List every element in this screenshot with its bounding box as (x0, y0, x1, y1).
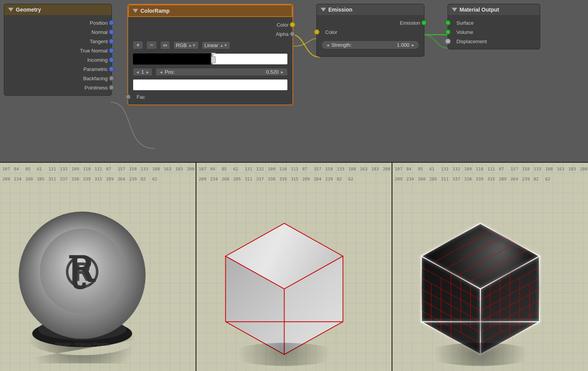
handle-triangle (211, 53, 216, 56)
socket-row-color-out: Color (128, 20, 292, 29)
socket-row-true-normal: True Normal (4, 46, 112, 55)
alpha-out-label: Alpha (272, 31, 292, 37)
rgb-dropdown-arrow: ▲▼ (188, 43, 196, 47)
node-geometry: Geometry Position Normal Tangent True No… (4, 4, 112, 96)
strength-row: ◄ Strength: 1.000 ► (317, 37, 424, 53)
linear-dropdown-arrow: ▲▼ (220, 43, 228, 47)
colorramp-controls: + − ⇔ RGB ▲▼ Linear ▲▼ (128, 39, 292, 52)
node-emission: Emission Emission Color ◄ Strength: 1.00… (316, 4, 424, 57)
socket-row-displacement: Displacement (448, 37, 540, 46)
displacement-label: Displacement (453, 39, 491, 44)
socket-true-normal[interactable] (109, 48, 114, 53)
socket-row-backfacing: Backfacing (4, 74, 112, 83)
strength-label: Strength: (331, 42, 352, 48)
socket-row-volume: Volume (448, 27, 540, 37)
incoming-label: Incoming (83, 57, 112, 63)
rgb-label: RGB (176, 42, 187, 48)
socket-tangent[interactable] (109, 39, 114, 44)
colorramp-remove-button[interactable]: − (146, 41, 157, 49)
colorramp-add-button[interactable]: + (133, 41, 143, 49)
handle-body (211, 56, 216, 63)
colorramp-linear-dropdown[interactable]: Linear ▲▼ (202, 41, 230, 49)
node-colorramp: ColorRamp Color Alpha + − ⇔ RGB ▲▼ (127, 4, 293, 105)
strength-field[interactable]: ◄ Strength: 1.000 ► (321, 40, 419, 49)
position-label: Position (86, 20, 112, 26)
socket-parametric[interactable] (109, 66, 114, 72)
geometry-collapse-triangle[interactable] (8, 8, 14, 12)
render-canvas-cube-black (392, 163, 588, 371)
colorramp-num-row: ◄ 1 ► ◄ Pos: 0.520 ► (128, 66, 292, 78)
socket-emission-out[interactable] (421, 20, 427, 25)
socket-displacement[interactable] (445, 39, 451, 44)
pos-left-arrow[interactable]: ◄ (159, 70, 163, 74)
socket-row-pointiness: Pointiness (4, 83, 112, 92)
node-emission-title: Emission (328, 7, 352, 13)
socket-volume[interactable] (445, 29, 451, 35)
colorramp-arrows-button[interactable]: ⇔ (160, 41, 170, 49)
socket-row-normal: Normal (4, 27, 112, 37)
pos-right-arrow[interactable]: ► (280, 70, 284, 74)
node-colorramp-title: ColorRamp (140, 8, 169, 14)
socket-row-fac: Fac (128, 92, 292, 101)
colorramp-handle[interactable] (210, 53, 216, 66)
emission-out-label: Emission (396, 20, 424, 26)
render-panel-cube-black (392, 163, 588, 371)
surface-label: Surface (453, 20, 478, 26)
pos-value: 0.520 (176, 69, 279, 75)
colorramp-bar-container[interactable] (128, 52, 292, 66)
node-editor: Geometry Position Normal Tangent True No… (0, 0, 588, 162)
socket-row-surface: Surface (448, 18, 540, 27)
true-normal-label: True Normal (76, 48, 112, 54)
colorramp-preview-strip (133, 79, 288, 91)
strength-right-arrow[interactable]: ► (411, 43, 415, 47)
linear-label: Linear (204, 42, 218, 48)
index-right-arrow[interactable]: ► (145, 70, 150, 74)
pointiness-label: Pointiness (81, 85, 112, 91)
node-material-output-body: Surface Volume Displacement (448, 15, 540, 49)
socket-incoming[interactable] (109, 57, 114, 62)
colorramp-collapse-triangle[interactable] (133, 9, 138, 13)
renders-section (0, 162, 588, 371)
backfacing-label: Backfacing (79, 76, 112, 81)
render-panel-blender (0, 163, 196, 371)
render-panel-cube-white (196, 163, 393, 371)
socket-normal[interactable] (109, 29, 114, 35)
tangent-label: Tangent (86, 39, 112, 44)
socket-row-emission-out: Emission (317, 18, 424, 27)
index-value: 1 (141, 69, 144, 75)
socket-pointiness[interactable] (109, 85, 114, 90)
emission-collapse-triangle[interactable] (321, 8, 326, 12)
color-in-label: Color (321, 29, 341, 35)
volume-label: Volume (453, 29, 477, 35)
socket-color-out[interactable] (290, 22, 295, 27)
colorramp-index-stepper[interactable]: ◄ 1 ► (133, 68, 152, 76)
fac-label: Fac (133, 94, 149, 100)
node-geometry-body: Position Normal Tangent True Normal Inco… (4, 15, 112, 95)
colorramp-bar[interactable] (133, 53, 288, 65)
socket-alpha-out[interactable] (290, 31, 295, 37)
normal-label: Normal (88, 29, 112, 35)
socket-fac[interactable] (125, 94, 131, 99)
strength-left-arrow[interactable]: ◄ (326, 43, 330, 47)
colorramp-rgb-dropdown[interactable]: RGB ▲▼ (173, 41, 199, 49)
node-emission-header: Emission (317, 4, 424, 15)
index-left-arrow[interactable]: ◄ (135, 70, 140, 74)
socket-row-tangent: Tangent (4, 37, 112, 46)
node-geometry-title: Geometry (16, 7, 41, 13)
node-geometry-header: Geometry (4, 4, 112, 15)
node-colorramp-header: ColorRamp (128, 5, 292, 17)
strength-value: 1.000 (353, 42, 409, 48)
socket-row-parametric: Parametric (4, 64, 112, 74)
material-output-collapse-triangle[interactable] (452, 8, 457, 12)
socket-position[interactable] (109, 20, 114, 25)
socket-surface[interactable] (445, 20, 451, 25)
render-canvas-cube-white (196, 163, 392, 371)
colorramp-pos-field[interactable]: ◄ Pos: 0.520 ► (155, 68, 288, 76)
render-canvas-blender (0, 163, 196, 371)
node-material-output: Material Output Surface Volume Displacem… (448, 4, 540, 49)
socket-row-position: Position (4, 18, 112, 27)
node-material-output-title: Material Output (460, 7, 499, 13)
socket-backfacing[interactable] (109, 76, 114, 81)
socket-color-in[interactable] (314, 29, 319, 35)
socket-row-alpha-out: Alpha (128, 29, 292, 39)
